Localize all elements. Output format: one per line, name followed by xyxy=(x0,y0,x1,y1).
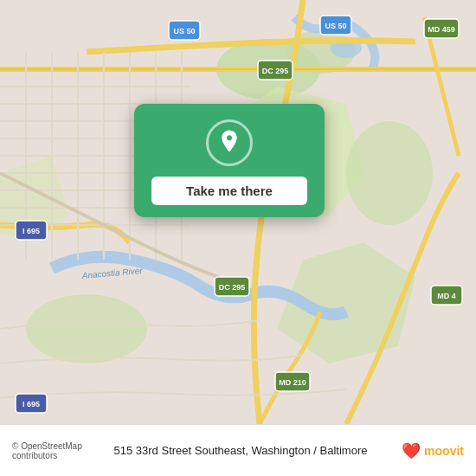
osm-attribution: © OpenStreetMap contributors xyxy=(12,441,106,460)
svg-text:I 695: I 695 xyxy=(23,400,40,408)
moovit-brand-text: moovit xyxy=(424,444,464,458)
moovit-logo: ❤️ moovit xyxy=(402,441,464,460)
bottom-bar: © OpenStreetMap contributors 515 33rd St… xyxy=(0,424,476,476)
location-pin-icon xyxy=(216,128,242,158)
address-text: 515 33rd Street Southeast, Washington / … xyxy=(114,444,394,457)
take-me-there-button[interactable]: Take me there xyxy=(151,177,307,205)
svg-point-4 xyxy=(346,121,433,225)
svg-text:DC 295: DC 295 xyxy=(219,283,246,292)
svg-text:I 695: I 695 xyxy=(23,227,40,235)
popup-card: Take me there xyxy=(134,104,325,217)
svg-text:MD 4: MD 4 xyxy=(437,292,456,300)
svg-text:MD 210: MD 210 xyxy=(279,378,306,387)
svg-text:US 50: US 50 xyxy=(325,22,346,30)
location-icon-circle xyxy=(206,119,253,166)
moovit-heart-icon: ❤️ xyxy=(402,441,421,460)
svg-text:MD 459: MD 459 xyxy=(428,25,455,34)
svg-text:US 50: US 50 xyxy=(173,27,195,35)
svg-text:DC 295: DC 295 xyxy=(262,67,289,75)
map-container: US 50 US 50 MD 459 DC 295 I 695 DC 295 M… xyxy=(0,0,476,424)
svg-point-6 xyxy=(26,294,147,363)
